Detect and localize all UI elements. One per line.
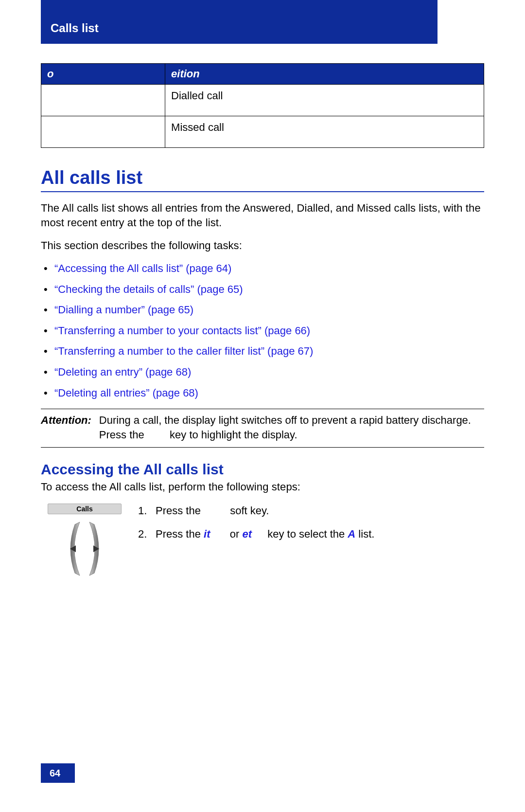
cell-definition: Dialled call xyxy=(165,85,484,116)
attention-note: Attention: During a call, the display li… xyxy=(41,409,484,447)
step-number: 2. xyxy=(138,527,156,541)
attention-text: During a call, the display light switche… xyxy=(99,413,484,442)
chapter-header: Calls list xyxy=(41,0,438,44)
task-link[interactable]: “Deleting all entries” (page 68) xyxy=(54,386,484,400)
step-item: 1. Press the soft key. xyxy=(138,504,484,518)
attention-label: Attention: xyxy=(41,413,91,442)
cell-icon xyxy=(41,85,165,116)
table-row: Dialled call xyxy=(41,85,484,116)
cell-icon xyxy=(41,116,165,148)
step-text: Press the it or et key to select the A l… xyxy=(156,527,374,541)
table-header-icon: o xyxy=(41,64,165,85)
page-number: 64 xyxy=(41,763,75,783)
subsection-heading: Accessing the All calls list xyxy=(41,461,484,478)
task-link[interactable]: “Transferring a number to your contacts … xyxy=(54,324,484,338)
task-link[interactable]: “Dialling a number” (page 65) xyxy=(54,303,484,317)
steps-row: Calls xyxy=(41,504,484,580)
task-link[interactable]: “Accessing the All calls list” (page 64) xyxy=(54,262,484,276)
task-link[interactable]: “Deleting an entry” (page 68) xyxy=(54,365,484,379)
step-item: 2. Press the it or et key to select the … xyxy=(138,527,484,541)
softkey-label: Calls xyxy=(48,504,122,514)
step-text: Press the soft key. xyxy=(156,504,269,518)
table-row: Missed call xyxy=(41,116,484,148)
task-link[interactable]: “Checking the details of calls” (page 65… xyxy=(54,283,484,297)
task-link-list: “Accessing the All calls list” (page 64)… xyxy=(41,262,484,400)
table-header-definition: eition xyxy=(165,64,484,85)
paragraph-intro-2: This section describes the following tas… xyxy=(41,238,484,253)
icon-definition-table: o eition Dialled call Missed call xyxy=(41,63,484,148)
task-link[interactable]: “Transferring a number to the caller fil… xyxy=(54,344,484,359)
left-key-label: et xyxy=(242,528,252,540)
content: o eition Dialled call Missed call All ca… xyxy=(41,0,484,580)
right-key-label: it xyxy=(204,528,210,540)
chapter-title: Calls list xyxy=(51,21,99,35)
steps-list: 1. Press the soft key. 2. Press the it o… xyxy=(133,504,484,580)
page: Calls list o eition Dialled call Missed … xyxy=(0,0,525,812)
section-heading: All calls list xyxy=(41,167,484,192)
step-number: 1. xyxy=(138,504,156,518)
brackets-arrows-icon xyxy=(55,517,114,580)
all-list-label: A xyxy=(348,528,355,540)
paragraph-intro-1: The All calls list shows all entries fro… xyxy=(41,201,484,230)
subsection-intro: To access the All calls list, perform th… xyxy=(41,480,484,494)
key-illustration: Calls xyxy=(41,504,128,580)
cell-definition: Missed call xyxy=(165,116,484,148)
